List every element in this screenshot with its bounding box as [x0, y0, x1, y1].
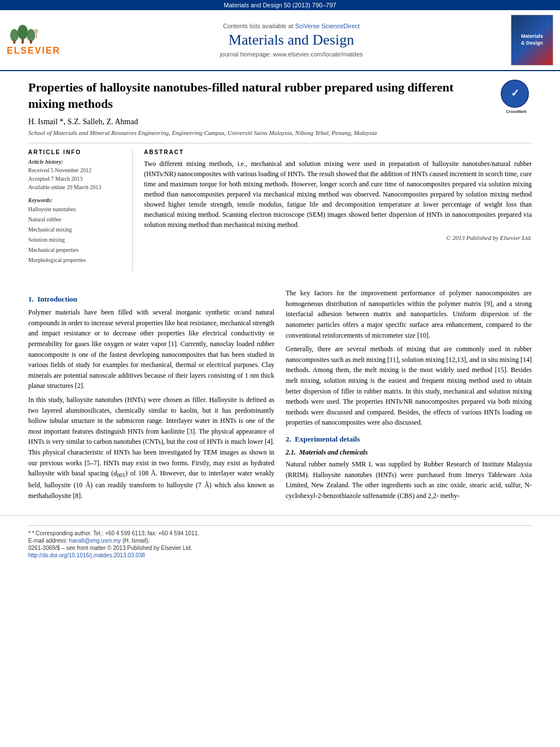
section2-title: 2. Experimental details: [286, 435, 532, 444]
journal-title-area: Contents lists available at SciVerse Sci…: [80, 23, 502, 58]
svg-point-2: [18, 25, 28, 40]
section1-title: 1. Introduction: [28, 295, 274, 304]
journal-citation-text: Materials and Design 50 (2013) 790–797: [224, 2, 336, 8]
keyword-4: Solution mixing: [28, 235, 124, 245]
journal-title: Materials and Design: [80, 32, 502, 49]
crossmark-icon: ✓: [501, 80, 529, 108]
issn-text: 0261-3069/$ – see front matter © 2013 Pu…: [28, 545, 532, 551]
journal-cover-area: Materials & Design: [502, 15, 553, 65]
journal-citation-bar: Materials and Design 50 (2013) 790–797: [0, 0, 560, 10]
svg-point-7: [34, 29, 38, 33]
accepted-date: Accepted 7 March 2013: [28, 174, 124, 183]
footer-divider: [28, 525, 532, 526]
body-content: 1. Introduction Polymer materials have b…: [0, 282, 560, 516]
affiliation: School of Materials and Mineral Resource…: [28, 129, 532, 136]
section2-1-text: Natural rubber namely SMR L was supplied…: [286, 459, 532, 501]
elsevier-wordmark: ELSEVIER: [7, 46, 60, 56]
article-meta-section: ARTICLE INFO Article history: Received 5…: [28, 149, 532, 271]
keyword-5: Mechanical properties: [28, 245, 124, 255]
history-label: Article history:: [28, 159, 124, 165]
elsevier-tree-icon: [7, 25, 41, 45]
svg-rect-4: [14, 40, 16, 43]
abstract-heading: ABSTRACT: [144, 149, 532, 155]
elsevier-logo: ELSEVIER: [7, 25, 69, 56]
svg-point-3: [27, 29, 36, 41]
abstract-column: ABSTRACT Two different mixing methods, i…: [144, 149, 532, 271]
intro-paragraph-1: Polymer materials have been filled with …: [28, 307, 274, 391]
copyright-notice: © 2013 Published by Elsevier Ltd.: [144, 234, 532, 241]
keyword-2: Natural rubber: [28, 215, 124, 225]
keyword-1: Halloysite nanotubes: [28, 204, 124, 215]
article-info-heading: ARTICLE INFO: [28, 149, 124, 155]
journal-cover-text: Materials & Design: [521, 33, 543, 46]
article-info-column: ARTICLE INFO Article history: Received 5…: [28, 149, 133, 271]
abstract-text: Two different mixing methods, i.e., mech…: [144, 159, 532, 230]
received-date: Received 5 November 2012: [28, 166, 124, 174]
footnote-email: E-mail address: hanafi@eng.usm.my (H. Is…: [28, 538, 532, 544]
section2-1-title: 2.1. Materials and chemicals: [286, 448, 532, 457]
journal-header: ELSEVIER Contents lists available at Sci…: [0, 10, 560, 71]
journal-cover-image: Materials & Design: [511, 15, 553, 65]
authors: H. Ismail *, S.Z. Salleh, Z. Ahmad: [28, 117, 532, 126]
article-history-group: Article history: Received 5 November 201…: [28, 159, 124, 191]
email-link[interactable]: hanafi@eng.usm.my: [69, 538, 121, 544]
available-date: Available online 29 March 2013: [28, 183, 124, 191]
right-paragraph-2: Generally, there are several methods of …: [286, 344, 532, 428]
sciverse-line: Contents lists available at SciVerse Sci…: [80, 23, 502, 29]
keyword-6: Morphological properties: [28, 255, 124, 265]
sciverse-link[interactable]: SciVerse ScienceDirect: [295, 23, 360, 29]
doi-link[interactable]: http://dx.doi.org/10.1016/j.matdes.2013.…: [28, 552, 145, 558]
footer-bar: * * Corresponding author. Tel.: +60 4 59…: [0, 516, 560, 564]
keyword-3: Mechanical mixing: [28, 225, 124, 235]
article-content: Properties of halloysite nanotubes-fille…: [0, 71, 560, 282]
crossmark-badge: ✓ CrossMark: [501, 80, 532, 111]
keywords-list: Halloysite nanotubes Natural rubber Mech…: [28, 204, 124, 265]
intro-paragraph-2: In this study, halloysite nanotubes (HNT…: [28, 395, 274, 501]
svg-rect-5: [21, 38, 24, 43]
keywords-group: Keywords: Halloysite nanotubes Natural r…: [28, 197, 124, 265]
header-divider: [28, 143, 532, 143]
crossmark-label: CrossMark: [501, 109, 532, 114]
right-paragraph-1: The key factors for the improvement perf…: [286, 288, 532, 340]
body-left-column: 1. Introduction Polymer materials have b…: [28, 288, 274, 504]
body-right-column: The key factors for the improvement perf…: [286, 288, 532, 504]
svg-point-1: [10, 29, 19, 41]
svg-rect-6: [30, 40, 32, 43]
journal-homepage: journal homepage: www.elsevier.com/locat…: [80, 51, 502, 58]
footnote-corresponding: * * Corresponding author. Tel.: +60 4 59…: [28, 530, 532, 536]
article-title: Properties of halloysite nanotubes-fille…: [28, 80, 532, 112]
doi-text: http://dx.doi.org/10.1016/j.matdes.2013.…: [28, 552, 532, 558]
keywords-label: Keywords:: [28, 197, 124, 203]
elsevier-logo-area: ELSEVIER: [7, 25, 80, 56]
body-two-column: 1. Introduction Polymer materials have b…: [28, 288, 532, 504]
